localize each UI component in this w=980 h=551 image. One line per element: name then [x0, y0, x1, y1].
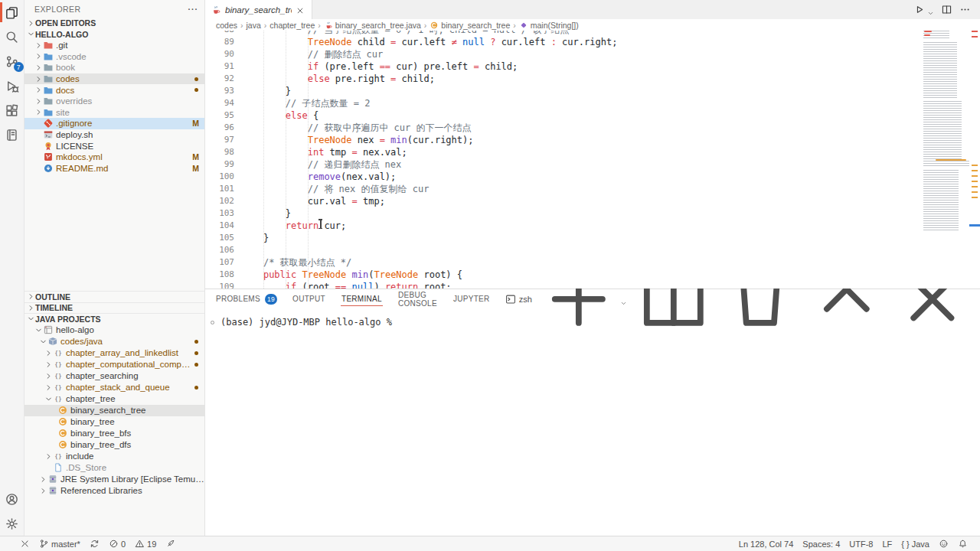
status-0[interactable]: 0 [104, 536, 130, 551]
section-label: OUTLINE [35, 292, 70, 302]
section-java-projects[interactable]: JAVA PROJECTS [24, 313, 204, 324]
tree-item-chapter-tree[interactable]: {}chapter_tree [24, 393, 204, 405]
tree-item-binary-search-tree[interactable]: binary_search_tree [24, 405, 204, 416]
shell-picker[interactable]: zsh [505, 294, 532, 305]
tree-item-include[interactable]: {}include [24, 451, 204, 462]
status-label: 0 [121, 540, 126, 549]
activity-account-button[interactable] [0, 487, 24, 511]
close-icon[interactable] [296, 5, 306, 15]
tree-item-book[interactable]: book [24, 62, 204, 73]
git-icon [43, 118, 54, 129]
activity-search-button[interactable] [0, 24, 24, 49]
tree-item-referenced-libraries[interactable]: Referenced Libraries [24, 485, 204, 497]
tree-item-chapter-searching[interactable]: {}chapter_searching [24, 370, 204, 382]
minimap[interactable] [920, 31, 969, 289]
line-number: 90 [205, 48, 234, 60]
tab-binary-search-tree-java[interactable]: binary_search_tree.java [205, 0, 312, 19]
error-icon [109, 539, 119, 549]
tree-item-chapter-stack-and-queue[interactable]: {}chapter_stack_and_queue [24, 382, 204, 393]
tree-item-vscode[interactable]: .vscode [24, 51, 204, 63]
status-ln-128-col-74[interactable]: Ln 128, Col 74 [734, 536, 799, 551]
split-editor-icon[interactable] [941, 4, 952, 15]
breadcrumb-binary-search-tree[interactable]: binary_search_tree [430, 21, 510, 30]
status-19[interactable]: 19 [130, 536, 161, 551]
status-java[interactable]: { } Java [897, 536, 934, 551]
status-lf[interactable]: LF [877, 536, 897, 551]
activity-bar-bottom [0, 487, 24, 536]
more-actions-icon[interactable]: ··· [188, 5, 199, 14]
jar-icon [47, 474, 58, 484]
activity-files-button[interactable] [0, 0, 24, 24]
section-timeline[interactable]: TIMELINE [24, 302, 204, 314]
tree-item-codes-java[interactable]: codes/java [24, 336, 204, 347]
tree-item-binary-tree-bfs[interactable]: binary_tree_bfs [24, 428, 204, 439]
section-outline[interactable]: OUTLINE [24, 291, 204, 302]
line-number: 94 [205, 97, 234, 109]
tree-item-site[interactable]: site [24, 107, 204, 119]
tree-item-chapter-array-and-linkedlist[interactable]: {}chapter_array_and_linkedlist [24, 347, 204, 359]
panel-tab-label: PROBLEMS [215, 292, 261, 306]
tree-item-binary-tree-dfs[interactable]: binary_tree_dfs [24, 439, 204, 451]
tree-item-label: mkdocs.yml [56, 152, 189, 161]
git-modified-dot [194, 340, 198, 344]
activity-gear-button[interactable] [0, 511, 24, 536]
more-actions-icon[interactable] [959, 4, 971, 15]
code-editor[interactable]: 88 // 当子结点数量 = 0 / 1 时, child = null / 该… [205, 31, 980, 289]
chevron-down-icon[interactable] [927, 6, 934, 13]
code-text: // 当子结点数量 = 0 / 1 时, child = null / 该子结点 [241, 31, 569, 36]
git-modified-dot [194, 351, 198, 355]
code-text: public TreeNode min(TreeNode root) { [241, 269, 462, 281]
tree-item-overrides[interactable]: overrides [24, 96, 204, 107]
section-open-editors[interactable]: OPEN EDITORS [24, 18, 204, 29]
activity-notebook-button[interactable] [0, 122, 24, 147]
tree-item-binary-tree[interactable]: binary_tree [24, 416, 204, 428]
activity-ext-button[interactable] [0, 98, 24, 122]
feedback-icon [939, 539, 949, 549]
activity-scm-button[interactable]: 7 [0, 49, 24, 73]
status-spaces-4[interactable]: Spaces: 4 [798, 536, 844, 551]
panel-tab-debug-console[interactable]: DEBUG CONSOLE [397, 289, 438, 309]
panel-tab-problems[interactable]: PROBLEMS19 [215, 289, 277, 309]
breadcrumb-binary-search-tree-java[interactable]: binary_search_tree.java [324, 21, 421, 30]
braces-icon: {} [53, 359, 64, 370]
activity-debug-button[interactable] [0, 73, 24, 98]
tree-item-jre-system-library-eclipse-temurin-17-17[interactable]: JRE System Library [Eclipse Temurin 17 [… [24, 474, 204, 485]
breadcrumb-separator: › [424, 21, 427, 30]
tree-item-gitignore[interactable]: .gitignoreM [24, 118, 204, 129]
tree-item-docs[interactable]: docs [24, 84, 204, 96]
run-icon[interactable] [913, 4, 925, 15]
status-master[interactable]: master* [34, 536, 85, 551]
line-number: 97 [205, 134, 234, 146]
panel-tab-output[interactable]: OUTPUT [292, 289, 326, 309]
tree-item-git[interactable]: .git [24, 40, 204, 51]
breadcrumb-java[interactable]: java [247, 21, 261, 30]
section-hello-algo[interactable]: HELLO-ALGO [24, 29, 204, 41]
tree-item-license[interactable]: LICENSE [24, 140, 204, 152]
chevron-spacer [44, 463, 53, 472]
status-feedback[interactable] [934, 536, 953, 551]
panel-tab-jupyter[interactable]: JUPYTER [452, 289, 491, 309]
tree-item-deploy-sh[interactable]: deploy.sh [24, 129, 204, 141]
tree-item-chapter-computational-complexity[interactable]: {}chapter_computational_complexity [24, 359, 204, 370]
chevron-down-icon[interactable] [620, 296, 627, 303]
tree-item-hello-algo[interactable]: hello-algo [24, 324, 204, 336]
breadcrumb-main-string[interactable]: main(String[]) [519, 21, 579, 30]
tree-item-label: .vscode [56, 52, 204, 61]
status-utf-8[interactable]: UTF-8 [844, 536, 877, 551]
tree-item-mkdocs-yml[interactable]: mkdocs.ymlM [24, 152, 204, 163]
status-launch[interactable] [161, 536, 180, 551]
chevron-right-icon [34, 86, 43, 95]
terminal[interactable]: (base) jyd@JYD-MBP hello-algo % [205, 309, 980, 536]
status-bell[interactable] [953, 536, 972, 551]
tree-item-readme-md[interactable]: README.mdM [24, 163, 204, 174]
breadcrumb-codes[interactable]: codes [216, 21, 237, 30]
status-sync[interactable] [85, 536, 104, 551]
breadcrumb: codes›java›chapter_tree›binary_search_tr… [205, 19, 980, 31]
breadcrumb-chapter-tree[interactable]: chapter_tree [270, 21, 315, 30]
tree-item-codes[interactable]: codes [24, 73, 204, 85]
tree-item-ds-store[interactable]: .DS_Store [24, 462, 204, 474]
panel-tab-terminal[interactable]: TERMINAL [341, 289, 383, 309]
status-remote[interactable] [15, 536, 34, 551]
overview-ruler [969, 31, 980, 289]
chevron-spacer [34, 164, 43, 173]
